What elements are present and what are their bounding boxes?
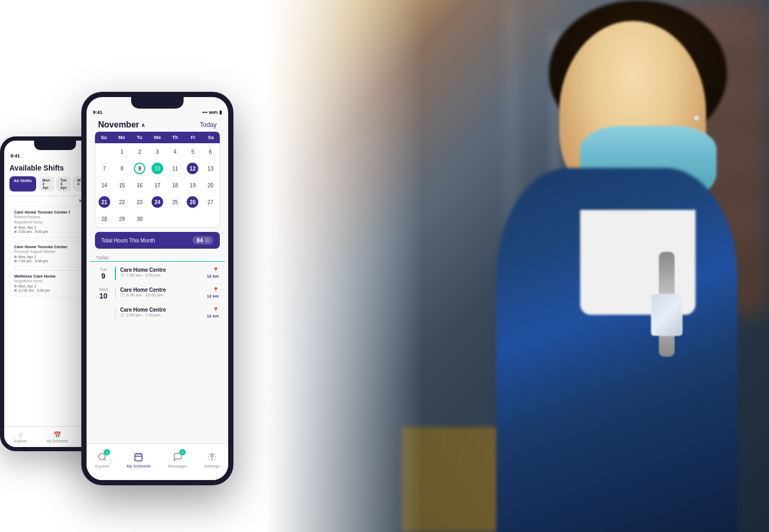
schedule-item-3[interactable]: Care Home Centre 🕐 2:00 pm - 7:00 pm 📍 1…	[90, 304, 225, 322]
cal-date-9-today[interactable]: 9	[131, 160, 148, 177]
clock-icon-1: 🕐	[120, 273, 125, 278]
cal-date-11[interactable]: 11	[166, 160, 184, 177]
nav-explore-front[interactable]: 3 Explore	[95, 451, 109, 469]
day-su: Su	[95, 134, 113, 141]
cal-date-28[interactable]: 28	[95, 210, 113, 227]
calendar-days-header: Su Mo Tu We Th Fr Sa	[95, 132, 220, 143]
cal-date-10[interactable]: 10	[148, 160, 166, 177]
info-icon[interactable]: ⓘ	[205, 238, 209, 243]
nurse-earring	[694, 115, 699, 121]
nav-explore-wrapper: 3	[97, 451, 108, 463]
nav-settings-label: Settings	[205, 464, 220, 469]
calendar-grid: Su Mo Tu We Th Fr Sa 1 2 3 4	[90, 132, 225, 228]
cal-date-21[interactable]: 21	[95, 194, 113, 210]
calendar-dot-1	[14, 226, 17, 229]
cal-date-13[interactable]: 13	[201, 160, 219, 177]
battery-icon-front: ▮	[219, 110, 222, 115]
nav-messages-label: Messages	[168, 464, 187, 469]
location-icon-1: 📍	[212, 267, 219, 273]
cal-date-26[interactable]: 26	[184, 194, 202, 210]
cal-date-empty-e3	[184, 210, 202, 227]
today-section-label: Today	[90, 253, 225, 262]
cal-date-17[interactable]: 17	[148, 177, 166, 194]
cal-date-20[interactable]: 20	[201, 177, 219, 194]
schedule-dist-2: 📍 12 km	[207, 287, 219, 299]
page-container: 9:41 ▪▪▪ ⌄ ▮ Available Shifts All Shifts…	[0, 0, 769, 532]
time-indicator-1	[115, 267, 116, 280]
cal-date-22[interactable]: 22	[113, 194, 131, 210]
cal-date-24[interactable]: 24	[148, 194, 166, 210]
cal-date-18[interactable]: 18	[166, 177, 184, 194]
calendar-month[interactable]: November ∧	[98, 120, 145, 130]
day-th: Th	[166, 134, 184, 141]
settings-icon	[206, 451, 218, 463]
cal-date-12[interactable]: 12	[184, 160, 202, 177]
cal-date-15[interactable]: 15	[113, 177, 131, 194]
cal-date-empty-e1	[148, 210, 166, 227]
nav-messages-front[interactable]: 3 Messages	[168, 451, 187, 469]
cal-date-1[interactable]: 1	[113, 143, 131, 160]
messages-badge: 3	[179, 449, 186, 455]
cal-date-empty	[95, 143, 113, 160]
time-indicator-2	[115, 287, 116, 300]
phone-front: 9:41 ▪▪▪ WiFi ▮ November ∧ Today	[81, 92, 233, 485]
calendar-dot-2	[14, 256, 17, 258]
schedule-time-1: 🕐 7:00 am - 3:00 pm	[120, 273, 202, 278]
svg-rect-1	[135, 454, 143, 461]
schedule-item-2[interactable]: Wed 10 Care Home Centre 🕐 6:30 am - 12:0…	[90, 284, 225, 304]
svg-point-0	[99, 453, 105, 460]
clock-icon-2: 🕐	[120, 293, 125, 297]
day-tu: Tu	[131, 134, 148, 141]
nav-myschedule-front[interactable]: My Schedule	[126, 451, 151, 469]
schedule-dist-3: 📍 12 km	[207, 307, 219, 318]
nav-explore-label: Explore	[95, 464, 109, 469]
tue-filter[interactable]: Tue 3 Apr	[56, 176, 71, 191]
schedule-time-3: 🕐 2:00 pm - 7:00 pm	[120, 313, 202, 317]
calendar-dates: 1 2 3 4 5 6 7 8 9 10 11 12 13	[95, 143, 220, 228]
signal-icon-front: ▪▪▪	[202, 110, 208, 115]
mon-filter[interactable]: Mon 2 Apr	[38, 176, 54, 191]
cal-date-empty-e2	[166, 210, 184, 227]
svg-point-2	[211, 454, 213, 457]
cal-date-2[interactable]: 2	[131, 143, 148, 160]
schedule-dist-1: 📍 12 km	[207, 267, 219, 279]
nav-myschedule-label: My Schedule	[126, 464, 151, 469]
cal-date-25[interactable]: 25	[166, 194, 184, 210]
cal-date-5[interactable]: 5	[184, 143, 202, 160]
schedule-item-1[interactable]: Tue 9 Care Home Centre 🕐 7:00 am - 3:00 …	[90, 264, 225, 284]
calendar-header: November ∧ Today	[90, 116, 225, 132]
nurse-badge	[651, 294, 682, 336]
cal-date-29[interactable]: 29	[113, 210, 131, 227]
cal-date-empty-e4	[201, 210, 219, 227]
location-icon-2: 📍	[212, 287, 219, 293]
today-button[interactable]: Today	[200, 121, 217, 129]
day-sa: Sa	[202, 134, 220, 141]
cal-date-3[interactable]: 3	[148, 143, 166, 160]
cal-date-4[interactable]: 4	[166, 143, 184, 160]
cal-date-7[interactable]: 7	[95, 160, 113, 177]
schedule-date-2: Wed 10	[96, 287, 111, 300]
cal-date-27[interactable]: 27	[201, 194, 219, 210]
nav-schedule-back[interactable]: 📅 My Schedule	[47, 431, 68, 443]
cal-date-30[interactable]: 30	[131, 210, 148, 227]
clock-dot-2	[14, 260, 17, 262]
nav-explore-back[interactable]: ⌂ Explore	[14, 431, 27, 443]
day-fr: Fr	[184, 134, 202, 141]
cal-date-14[interactable]: 14	[95, 177, 113, 194]
all-shifts-filter[interactable]: All Shifts	[9, 176, 36, 191]
cal-date-23[interactable]: 23	[131, 194, 148, 210]
clock-dot-3	[14, 289, 17, 292]
myschedule-icon	[133, 451, 144, 463]
cal-date-16[interactable]: 16	[131, 177, 148, 194]
day-we: We	[148, 134, 166, 141]
schedule-details-2: Care Home Centre 🕐 6:30 am - 12:00 pm	[120, 287, 202, 297]
cal-date-8[interactable]: 8	[113, 160, 131, 177]
nav-settings-front[interactable]: Settings	[205, 451, 220, 469]
cal-date-6[interactable]: 6	[201, 143, 219, 160]
schedule-date-1: Tue 9	[96, 267, 111, 280]
wifi-icon-front: WiFi	[209, 110, 218, 115]
schedule-time-2: 🕐 6:30 am - 12:00 pm	[120, 293, 202, 297]
total-hours-badge: 84 ⓘ	[193, 236, 213, 244]
phone-notch-back	[34, 141, 76, 150]
cal-date-19[interactable]: 19	[184, 177, 202, 194]
